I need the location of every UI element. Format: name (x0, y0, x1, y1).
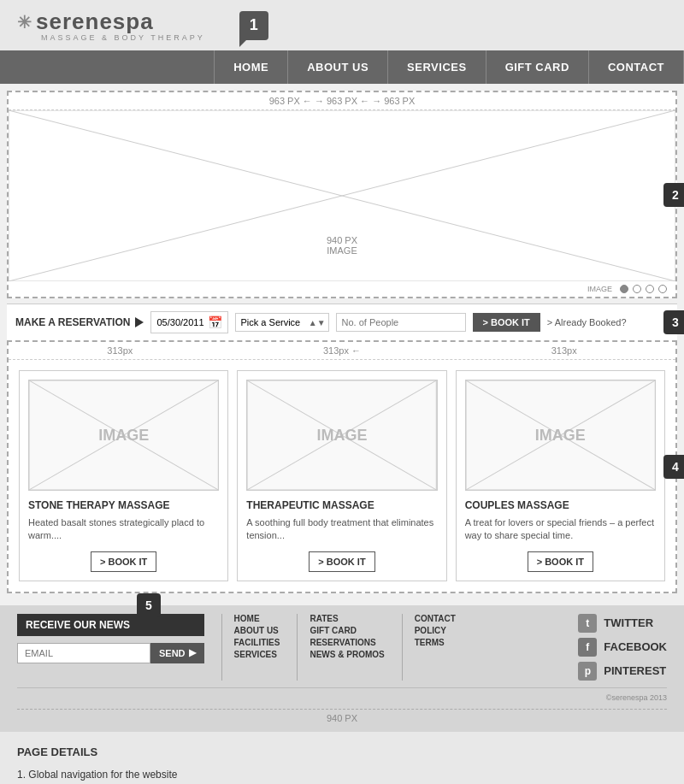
dot-2[interactable] (633, 285, 641, 293)
section-badge-5: 5 (137, 593, 161, 617)
service-img-0: IMAGE (28, 380, 219, 491)
date-input[interactable]: 05/30/2011 📅 (150, 311, 227, 333)
service-desc-2: A treat for lovers or special friends – … (465, 516, 656, 543)
service-desc-1: A soothing full body treatment that elim… (246, 516, 437, 543)
service-book-btn-1[interactable]: > BOOK IT (309, 551, 374, 572)
service-select-wrapper: Pick a Service ▲▼ (235, 313, 329, 332)
services-outer: 313px 313px ← 313px IMAGE STONE THERAPY … (7, 340, 677, 593)
footer-link-about[interactable]: ABOUT US (234, 626, 280, 635)
logo-icon: ✳ (17, 12, 32, 32)
twitter-icon: t (578, 614, 597, 633)
logo-area: ✳ serenespa MASSAGE & BODY THERAPY (17, 9, 205, 42)
footer-link-reservations[interactable]: RESERVATIONS (310, 638, 384, 647)
footer-copyright: ©serenespa 2013 (17, 687, 667, 702)
nav-gift-card[interactable]: GIFT CARD (486, 50, 589, 84)
social-col: t TWITTER f FACEBOOK p PINTEREST (578, 614, 667, 681)
section-badge-2: 2 (663, 183, 684, 207)
footer-link-group-3: CONTACT POLICY TERMS (402, 614, 456, 681)
main-wrapper: 963 PX ← → 963 PX ← → 963 PX 940 PX IMAG… (0, 84, 684, 605)
page-details: PAGE DETAILS 1. Global navigation for th… (0, 732, 684, 784)
book-button[interactable]: > BOOK IT (473, 313, 540, 332)
hero-section: 963 PX ← → 963 PX ← → 963 PX 940 PX IMAG… (7, 91, 677, 298)
reservation-bar: MAKE A RESERVATION 05/30/2011 📅 Pick a S… (7, 304, 677, 340)
service-book-btn-2[interactable]: > BOOK IT (528, 551, 593, 572)
main-nav: HOME ABOUT US SERVICES GIFT CARD CONTACT (0, 50, 684, 84)
nav-about[interactable]: ABOUT US (288, 50, 388, 84)
footer-link-group-1: HOME ABOUT US FACILITIES SERVICES (221, 614, 280, 681)
page-details-title: PAGE DETAILS (17, 746, 667, 758)
social-twitter[interactable]: t TWITTER (578, 614, 667, 633)
hero-image: 940 PX IMAGE (9, 110, 675, 281)
dots-row: IMAGE (9, 281, 675, 297)
services-section: 313px 313px ← 313px IMAGE STONE THERAPY … (7, 340, 677, 593)
reservation-outer: MAKE A RESERVATION 05/30/2011 📅 Pick a S… (7, 304, 677, 340)
hero-width-label: 963 PX ← → 963 PX ← → 963 PX (9, 92, 675, 110)
footer-link-news[interactable]: NEWS & PROMOS (310, 650, 384, 659)
footer-links-col: HOME ABOUT US FACILITIES SERVICES RATES … (221, 614, 562, 681)
logo-text: serenespa (36, 9, 154, 35)
nav-home[interactable]: HOME (214, 50, 288, 84)
header: ✳ serenespa MASSAGE & BODY THERAPY 1 (0, 0, 684, 50)
service-title-1: THERAPEUTIC MASSAGE (246, 499, 437, 511)
email-row: SEND ▶ (17, 643, 204, 663)
image-label-small: IMAGE (587, 285, 612, 293)
footer-link-services[interactable]: SERVICES (234, 650, 280, 659)
already-booked-link[interactable]: > Already Booked? (547, 317, 627, 327)
service-title-2: COUPLES MASSAGE (465, 499, 656, 511)
social-facebook[interactable]: f FACEBOOK (578, 638, 667, 657)
service-img-label-2: IMAGE (535, 427, 586, 445)
footer-link-group-2: RATES GIFT CARD RESERVATIONS NEWS & PROM… (297, 614, 384, 681)
service-card-2: IMAGE COUPLES MASSAGE A treat for lovers… (456, 370, 665, 581)
service-img-label-1: IMAGE (316, 427, 367, 445)
section-badge-1: 1 (239, 11, 268, 40)
section-badge-4: 4 (663, 455, 684, 479)
logo: ✳ serenespa (17, 9, 154, 35)
dot-3[interactable] (646, 285, 654, 293)
hero-outer: 963 PX ← → 963 PX ← → 963 PX 940 PX IMAG… (7, 91, 677, 298)
footer-link-contact[interactable]: CONTACT (415, 614, 456, 623)
footer-section: 5 RECEIVE OUR NEWS SEND ▶ HOME ABOUT US … (0, 605, 684, 732)
footer-link-terms[interactable]: TERMS (415, 638, 456, 647)
service-img-2: IMAGE (465, 380, 656, 491)
make-reservation-label: MAKE A RESERVATION (15, 316, 144, 328)
calendar-icon: 📅 (208, 315, 222, 329)
newsletter-title: RECEIVE OUR NEWS (17, 614, 204, 636)
footer-link-policy[interactable]: POLICY (415, 626, 456, 635)
play-icon (135, 317, 144, 327)
services-width-labels: 313px 313px ← 313px (9, 342, 675, 360)
footer-link-gift-card[interactable]: GIFT CARD (310, 626, 384, 635)
hero-image-text: 940 PX IMAGE (327, 235, 357, 256)
nav-contact[interactable]: CONTACT (589, 50, 684, 84)
service-img-label-0: IMAGE (98, 427, 149, 445)
service-book-btn-0[interactable]: > BOOK IT (91, 551, 156, 572)
send-button[interactable]: SEND ▶ (150, 643, 204, 663)
dot-4[interactable] (658, 285, 667, 293)
service-card-1: IMAGE THERAPEUTIC MASSAGE A soothing ful… (237, 370, 446, 581)
service-card-0: IMAGE STONE THERAPY MASSAGE Heated basal… (19, 370, 228, 581)
nav-services[interactable]: SERVICES (388, 50, 486, 84)
section-badge-3: 3 (663, 310, 684, 334)
facebook-icon: f (578, 638, 597, 657)
email-input[interactable] (17, 643, 150, 663)
page-detail-0: 1. Global navigation for the website (17, 767, 667, 782)
footer-inner: 5 RECEIVE OUR NEWS SEND ▶ HOME ABOUT US … (17, 614, 667, 681)
send-arrow-icon: ▶ (189, 647, 196, 658)
footer-outer: 5 RECEIVE OUR NEWS SEND ▶ HOME ABOUT US … (0, 605, 684, 732)
logo-sub: MASSAGE & BODY THERAPY (17, 33, 205, 42)
pinterest-icon: p (578, 662, 597, 681)
footer-link-facilities[interactable]: FACILITIES (234, 638, 280, 647)
dot-1[interactable] (620, 285, 628, 293)
footer-link-home[interactable]: HOME (234, 614, 280, 623)
service-desc-0: Heated basalt stones strategically placd… (28, 516, 219, 543)
people-input[interactable] (336, 313, 466, 332)
social-pinterest[interactable]: p PINTEREST (578, 662, 667, 681)
footer-width-label: 940 PX (17, 709, 667, 727)
service-img-1: IMAGE (246, 380, 437, 491)
footer-link-rates[interactable]: RATES (310, 614, 384, 623)
services-grid: IMAGE STONE THERAPY MASSAGE Heated basal… (9, 360, 675, 592)
newsletter-col: RECEIVE OUR NEWS SEND ▶ (17, 614, 204, 681)
service-select[interactable]: Pick a Service (235, 313, 329, 332)
service-title-0: STONE THERAPY MASSAGE (28, 499, 219, 511)
